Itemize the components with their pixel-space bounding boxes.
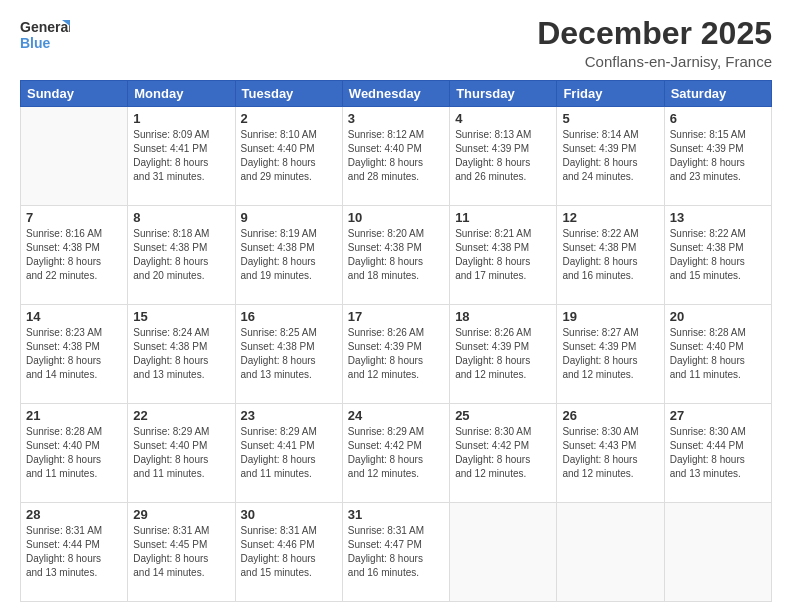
cell-info: Sunrise: 8:30 AMSunset: 4:42 PMDaylight:…: [455, 425, 551, 481]
day-cell: 16Sunrise: 8:25 AMSunset: 4:38 PMDayligh…: [235, 305, 342, 404]
cell-info: Sunrise: 8:26 AMSunset: 4:39 PMDaylight:…: [348, 326, 444, 382]
day-cell: 5Sunrise: 8:14 AMSunset: 4:39 PMDaylight…: [557, 107, 664, 206]
logo: General Blue: [20, 16, 70, 56]
day-number: 26: [562, 408, 658, 423]
header-row: SundayMondayTuesdayWednesdayThursdayFrid…: [21, 81, 772, 107]
col-header-monday: Monday: [128, 81, 235, 107]
day-number: 19: [562, 309, 658, 324]
page: General Blue December 2025 Conflans-en-J…: [0, 0, 792, 612]
day-number: 9: [241, 210, 337, 225]
day-cell: 7Sunrise: 8:16 AMSunset: 4:38 PMDaylight…: [21, 206, 128, 305]
day-number: 11: [455, 210, 551, 225]
day-cell: [664, 503, 771, 602]
cell-info: Sunrise: 8:28 AMSunset: 4:40 PMDaylight:…: [670, 326, 766, 382]
cell-info: Sunrise: 8:16 AMSunset: 4:38 PMDaylight:…: [26, 227, 122, 283]
day-number: 22: [133, 408, 229, 423]
week-row-2: 7Sunrise: 8:16 AMSunset: 4:38 PMDaylight…: [21, 206, 772, 305]
col-header-friday: Friday: [557, 81, 664, 107]
cell-info: Sunrise: 8:23 AMSunset: 4:38 PMDaylight:…: [26, 326, 122, 382]
cell-info: Sunrise: 8:18 AMSunset: 4:38 PMDaylight:…: [133, 227, 229, 283]
day-cell: [557, 503, 664, 602]
day-number: 17: [348, 309, 444, 324]
cell-info: Sunrise: 8:31 AMSunset: 4:44 PMDaylight:…: [26, 524, 122, 580]
day-cell: 20Sunrise: 8:28 AMSunset: 4:40 PMDayligh…: [664, 305, 771, 404]
cell-info: Sunrise: 8:22 AMSunset: 4:38 PMDaylight:…: [670, 227, 766, 283]
day-number: 27: [670, 408, 766, 423]
day-cell: 3Sunrise: 8:12 AMSunset: 4:40 PMDaylight…: [342, 107, 449, 206]
day-cell: 6Sunrise: 8:15 AMSunset: 4:39 PMDaylight…: [664, 107, 771, 206]
day-number: 14: [26, 309, 122, 324]
day-cell: [450, 503, 557, 602]
col-header-saturday: Saturday: [664, 81, 771, 107]
cell-info: Sunrise: 8:10 AMSunset: 4:40 PMDaylight:…: [241, 128, 337, 184]
week-row-5: 28Sunrise: 8:31 AMSunset: 4:44 PMDayligh…: [21, 503, 772, 602]
day-cell: 19Sunrise: 8:27 AMSunset: 4:39 PMDayligh…: [557, 305, 664, 404]
svg-text:General: General: [20, 19, 70, 35]
cell-info: Sunrise: 8:22 AMSunset: 4:38 PMDaylight:…: [562, 227, 658, 283]
cell-info: Sunrise: 8:12 AMSunset: 4:40 PMDaylight:…: [348, 128, 444, 184]
day-cell: 17Sunrise: 8:26 AMSunset: 4:39 PMDayligh…: [342, 305, 449, 404]
day-number: 20: [670, 309, 766, 324]
day-cell: 14Sunrise: 8:23 AMSunset: 4:38 PMDayligh…: [21, 305, 128, 404]
cell-info: Sunrise: 8:30 AMSunset: 4:44 PMDaylight:…: [670, 425, 766, 481]
cell-info: Sunrise: 8:29 AMSunset: 4:42 PMDaylight:…: [348, 425, 444, 481]
week-row-3: 14Sunrise: 8:23 AMSunset: 4:38 PMDayligh…: [21, 305, 772, 404]
day-number: 5: [562, 111, 658, 126]
day-cell: 30Sunrise: 8:31 AMSunset: 4:46 PMDayligh…: [235, 503, 342, 602]
day-cell: 27Sunrise: 8:30 AMSunset: 4:44 PMDayligh…: [664, 404, 771, 503]
col-header-sunday: Sunday: [21, 81, 128, 107]
col-header-tuesday: Tuesday: [235, 81, 342, 107]
cell-info: Sunrise: 8:24 AMSunset: 4:38 PMDaylight:…: [133, 326, 229, 382]
day-number: 30: [241, 507, 337, 522]
day-cell: 25Sunrise: 8:30 AMSunset: 4:42 PMDayligh…: [450, 404, 557, 503]
cell-info: Sunrise: 8:21 AMSunset: 4:38 PMDaylight:…: [455, 227, 551, 283]
day-number: 2: [241, 111, 337, 126]
cell-info: Sunrise: 8:30 AMSunset: 4:43 PMDaylight:…: [562, 425, 658, 481]
day-cell: 11Sunrise: 8:21 AMSunset: 4:38 PMDayligh…: [450, 206, 557, 305]
day-cell: 12Sunrise: 8:22 AMSunset: 4:38 PMDayligh…: [557, 206, 664, 305]
day-number: 15: [133, 309, 229, 324]
day-number: 3: [348, 111, 444, 126]
cell-info: Sunrise: 8:26 AMSunset: 4:39 PMDaylight:…: [455, 326, 551, 382]
day-cell: 18Sunrise: 8:26 AMSunset: 4:39 PMDayligh…: [450, 305, 557, 404]
day-number: 21: [26, 408, 122, 423]
day-cell: 23Sunrise: 8:29 AMSunset: 4:41 PMDayligh…: [235, 404, 342, 503]
day-number: 31: [348, 507, 444, 522]
day-number: 16: [241, 309, 337, 324]
day-number: 18: [455, 309, 551, 324]
day-cell: 1Sunrise: 8:09 AMSunset: 4:41 PMDaylight…: [128, 107, 235, 206]
day-number: 7: [26, 210, 122, 225]
day-number: 1: [133, 111, 229, 126]
day-cell: 22Sunrise: 8:29 AMSunset: 4:40 PMDayligh…: [128, 404, 235, 503]
day-number: 12: [562, 210, 658, 225]
day-number: 29: [133, 507, 229, 522]
svg-text:Blue: Blue: [20, 35, 51, 51]
calendar-table: SundayMondayTuesdayWednesdayThursdayFrid…: [20, 80, 772, 602]
cell-info: Sunrise: 8:20 AMSunset: 4:38 PMDaylight:…: [348, 227, 444, 283]
cell-info: Sunrise: 8:14 AMSunset: 4:39 PMDaylight:…: [562, 128, 658, 184]
day-number: 24: [348, 408, 444, 423]
cell-info: Sunrise: 8:29 AMSunset: 4:40 PMDaylight:…: [133, 425, 229, 481]
day-number: 6: [670, 111, 766, 126]
day-cell: 28Sunrise: 8:31 AMSunset: 4:44 PMDayligh…: [21, 503, 128, 602]
logo-svg: General Blue: [20, 16, 70, 56]
day-number: 4: [455, 111, 551, 126]
day-cell: 24Sunrise: 8:29 AMSunset: 4:42 PMDayligh…: [342, 404, 449, 503]
cell-info: Sunrise: 8:31 AMSunset: 4:46 PMDaylight:…: [241, 524, 337, 580]
week-row-1: 1Sunrise: 8:09 AMSunset: 4:41 PMDaylight…: [21, 107, 772, 206]
col-header-wednesday: Wednesday: [342, 81, 449, 107]
day-number: 23: [241, 408, 337, 423]
cell-info: Sunrise: 8:27 AMSunset: 4:39 PMDaylight:…: [562, 326, 658, 382]
cell-info: Sunrise: 8:28 AMSunset: 4:40 PMDaylight:…: [26, 425, 122, 481]
day-cell: 10Sunrise: 8:20 AMSunset: 4:38 PMDayligh…: [342, 206, 449, 305]
day-cell: 9Sunrise: 8:19 AMSunset: 4:38 PMDaylight…: [235, 206, 342, 305]
cell-info: Sunrise: 8:19 AMSunset: 4:38 PMDaylight:…: [241, 227, 337, 283]
cell-info: Sunrise: 8:15 AMSunset: 4:39 PMDaylight:…: [670, 128, 766, 184]
cell-info: Sunrise: 8:13 AMSunset: 4:39 PMDaylight:…: [455, 128, 551, 184]
week-row-4: 21Sunrise: 8:28 AMSunset: 4:40 PMDayligh…: [21, 404, 772, 503]
day-cell: 2Sunrise: 8:10 AMSunset: 4:40 PMDaylight…: [235, 107, 342, 206]
day-cell: 13Sunrise: 8:22 AMSunset: 4:38 PMDayligh…: [664, 206, 771, 305]
day-cell: 15Sunrise: 8:24 AMSunset: 4:38 PMDayligh…: [128, 305, 235, 404]
day-cell: 29Sunrise: 8:31 AMSunset: 4:45 PMDayligh…: [128, 503, 235, 602]
cell-info: Sunrise: 8:31 AMSunset: 4:47 PMDaylight:…: [348, 524, 444, 580]
